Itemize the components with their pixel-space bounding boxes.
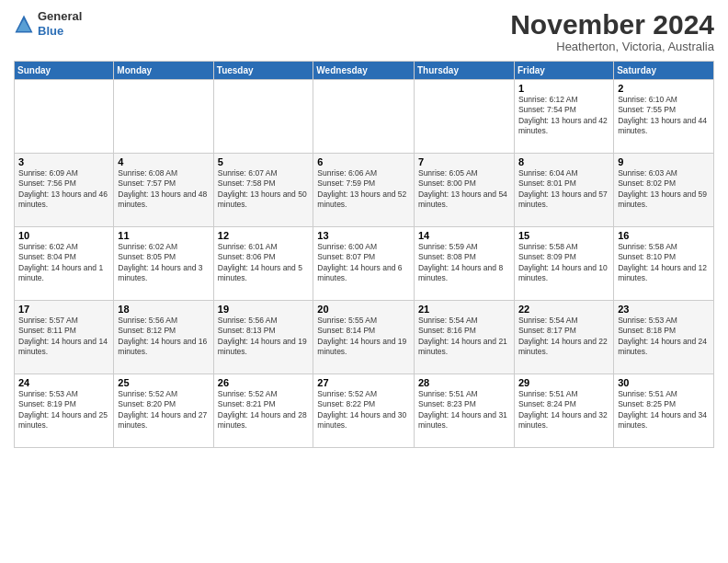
month-title: November 2024 [510, 9, 714, 40]
day-info: Sunrise: 6:12 AM Sunset: 7:54 PM Dayligh… [518, 95, 609, 137]
col-tuesday: Tuesday [213, 62, 313, 80]
col-saturday: Saturday [614, 62, 714, 80]
day-info: Sunrise: 5:55 AM Sunset: 8:14 PM Dayligh… [317, 316, 410, 358]
day-info: Sunrise: 6:00 AM Sunset: 8:07 PM Dayligh… [317, 242, 410, 284]
logo: General Blue [14, 9, 82, 38]
day-number: 29 [518, 377, 609, 388]
col-friday: Friday [514, 62, 613, 80]
table-row: 20Sunrise: 5:55 AM Sunset: 8:14 PM Dayli… [313, 301, 415, 374]
table-row: 27Sunrise: 5:52 AM Sunset: 8:22 PM Dayli… [313, 374, 415, 448]
day-number: 7 [418, 156, 510, 167]
day-info: Sunrise: 5:52 AM Sunset: 8:20 PM Dayligh… [118, 389, 209, 431]
logo-blue: Blue [38, 24, 63, 38]
day-number: 9 [618, 156, 710, 167]
day-info: Sunrise: 5:53 AM Sunset: 8:18 PM Dayligh… [618, 316, 710, 358]
table-row: 9Sunrise: 6:03 AM Sunset: 8:02 PM Daylig… [614, 154, 714, 227]
day-info: Sunrise: 5:57 AM Sunset: 8:11 PM Dayligh… [18, 316, 109, 358]
col-wednesday: Wednesday [313, 62, 415, 80]
day-number: 30 [618, 377, 710, 388]
calendar-week-row: 10Sunrise: 6:02 AM Sunset: 8:04 PM Dayli… [15, 227, 714, 301]
table-row: 14Sunrise: 5:59 AM Sunset: 8:08 PM Dayli… [414, 227, 514, 301]
table-row: 28Sunrise: 5:51 AM Sunset: 8:23 PM Dayli… [414, 374, 514, 448]
col-monday: Monday [114, 62, 213, 80]
table-row: 15Sunrise: 5:58 AM Sunset: 8:09 PM Dayli… [514, 227, 613, 301]
table-row: 13Sunrise: 6:00 AM Sunset: 8:07 PM Dayli… [313, 227, 415, 301]
table-row: 18Sunrise: 5:56 AM Sunset: 8:12 PM Dayli… [114, 301, 213, 374]
calendar-header-row: Sunday Monday Tuesday Wednesday Thursday… [15, 62, 714, 80]
day-number: 1 [518, 83, 609, 94]
table-row: 25Sunrise: 5:52 AM Sunset: 8:20 PM Dayli… [114, 374, 213, 448]
table-row: 6Sunrise: 6:06 AM Sunset: 7:59 PM Daylig… [313, 154, 415, 227]
day-info: Sunrise: 5:56 AM Sunset: 8:13 PM Dayligh… [218, 316, 310, 358]
day-number: 14 [418, 230, 510, 241]
day-number: 20 [317, 304, 410, 315]
day-number: 17 [18, 304, 109, 315]
day-number: 2 [618, 83, 710, 94]
day-number: 27 [317, 377, 410, 388]
col-sunday: Sunday [15, 62, 114, 80]
day-number: 24 [18, 377, 109, 388]
table-row: 19Sunrise: 5:56 AM Sunset: 8:13 PM Dayli… [213, 301, 313, 374]
location-subtitle: Heatherton, Victoria, Australia [510, 40, 714, 53]
logo-general: General [38, 9, 82, 23]
day-number: 22 [518, 304, 609, 315]
day-number: 25 [118, 377, 209, 388]
day-number: 3 [18, 156, 109, 167]
day-number: 12 [218, 230, 310, 241]
table-row: 12Sunrise: 6:01 AM Sunset: 8:06 PM Dayli… [213, 227, 313, 301]
calendar-week-row: 3Sunrise: 6:09 AM Sunset: 7:56 PM Daylig… [15, 154, 714, 227]
calendar: Sunday Monday Tuesday Wednesday Thursday… [14, 61, 714, 448]
day-info: Sunrise: 5:53 AM Sunset: 8:19 PM Dayligh… [18, 389, 109, 431]
table-row: 11Sunrise: 6:02 AM Sunset: 8:05 PM Dayli… [114, 227, 213, 301]
day-info: Sunrise: 6:03 AM Sunset: 8:02 PM Dayligh… [618, 168, 710, 211]
day-number: 23 [618, 304, 710, 315]
day-number: 10 [18, 230, 109, 241]
day-info: Sunrise: 5:51 AM Sunset: 8:23 PM Dayligh… [418, 389, 510, 431]
day-info: Sunrise: 6:10 AM Sunset: 7:55 PM Dayligh… [618, 95, 710, 137]
day-number: 11 [118, 230, 209, 241]
table-row: 5Sunrise: 6:07 AM Sunset: 7:58 PM Daylig… [213, 154, 313, 227]
table-row: 8Sunrise: 6:04 AM Sunset: 8:01 PM Daylig… [514, 154, 613, 227]
calendar-week-row: 17Sunrise: 5:57 AM Sunset: 8:11 PM Dayli… [15, 301, 714, 374]
day-number: 4 [118, 156, 209, 167]
day-info: Sunrise: 5:54 AM Sunset: 8:17 PM Dayligh… [518, 316, 609, 358]
calendar-week-row: 24Sunrise: 5:53 AM Sunset: 8:19 PM Dayli… [15, 374, 714, 448]
day-info: Sunrise: 5:58 AM Sunset: 8:09 PM Dayligh… [518, 242, 609, 284]
table-row: 21Sunrise: 5:54 AM Sunset: 8:16 PM Dayli… [414, 301, 514, 374]
day-number: 28 [418, 377, 510, 388]
day-info: Sunrise: 6:04 AM Sunset: 8:01 PM Dayligh… [518, 168, 609, 211]
table-row: 26Sunrise: 5:52 AM Sunset: 8:21 PM Dayli… [213, 374, 313, 448]
day-info: Sunrise: 5:59 AM Sunset: 8:08 PM Dayligh… [418, 242, 510, 284]
day-info: Sunrise: 5:51 AM Sunset: 8:25 PM Dayligh… [618, 389, 710, 431]
table-row [414, 80, 514, 154]
day-info: Sunrise: 6:06 AM Sunset: 7:59 PM Dayligh… [317, 168, 410, 211]
table-row: 7Sunrise: 6:05 AM Sunset: 8:00 PM Daylig… [414, 154, 514, 227]
day-number: 8 [518, 156, 609, 167]
day-number: 5 [218, 156, 310, 167]
calendar-week-row: 1Sunrise: 6:12 AM Sunset: 7:54 PM Daylig… [15, 80, 714, 154]
table-row: 29Sunrise: 5:51 AM Sunset: 8:24 PM Dayli… [514, 374, 613, 448]
day-info: Sunrise: 6:08 AM Sunset: 7:57 PM Dayligh… [118, 168, 209, 211]
day-info: Sunrise: 5:52 AM Sunset: 8:22 PM Dayligh… [317, 389, 410, 431]
table-row: 1Sunrise: 6:12 AM Sunset: 7:54 PM Daylig… [514, 80, 613, 154]
table-row: 30Sunrise: 5:51 AM Sunset: 8:25 PM Dayli… [614, 374, 714, 448]
col-thursday: Thursday [414, 62, 514, 80]
header: General Blue November 2024 Heatherton, V… [14, 9, 714, 53]
day-info: Sunrise: 6:01 AM Sunset: 8:06 PM Dayligh… [218, 242, 310, 284]
day-number: 18 [118, 304, 209, 315]
table-row: 4Sunrise: 6:08 AM Sunset: 7:57 PM Daylig… [114, 154, 213, 227]
day-info: Sunrise: 5:58 AM Sunset: 8:10 PM Dayligh… [618, 242, 710, 284]
day-number: 13 [317, 230, 410, 241]
table-row: 2Sunrise: 6:10 AM Sunset: 7:55 PM Daylig… [614, 80, 714, 154]
day-info: Sunrise: 5:54 AM Sunset: 8:16 PM Dayligh… [418, 316, 510, 358]
day-number: 6 [317, 156, 410, 167]
table-row: 10Sunrise: 6:02 AM Sunset: 8:04 PM Dayli… [15, 227, 114, 301]
table-row: 23Sunrise: 5:53 AM Sunset: 8:18 PM Dayli… [614, 301, 714, 374]
logo-icon [14, 14, 34, 34]
page: General Blue November 2024 Heatherton, V… [0, 0, 728, 563]
day-info: Sunrise: 6:02 AM Sunset: 8:04 PM Dayligh… [18, 242, 109, 284]
logo-text: General Blue [38, 9, 82, 38]
table-row [313, 80, 415, 154]
day-number: 16 [618, 230, 710, 241]
table-row: 17Sunrise: 5:57 AM Sunset: 8:11 PM Dayli… [15, 301, 114, 374]
